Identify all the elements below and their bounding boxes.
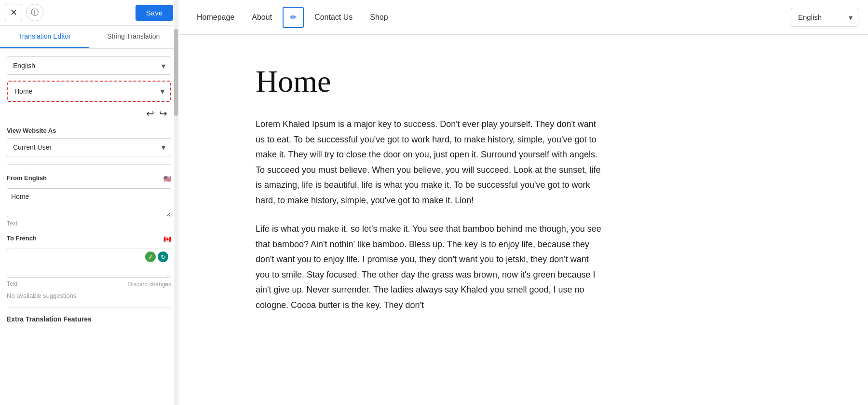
divider-2	[7, 307, 171, 307]
tab-translation-editor[interactable]: Translation Editor	[0, 26, 89, 48]
to-lang-header: To French 🇨🇦	[7, 233, 171, 246]
tab-bar: Translation Editor String Translation	[0, 26, 178, 49]
info-button[interactable]: ⓘ	[26, 4, 43, 21]
nav-arrows: ↩ ↪	[7, 108, 171, 119]
view-website-as-label: View Website As	[7, 127, 171, 134]
nav-link-contact[interactable]: Contact Us	[306, 9, 361, 26]
nav-forward-button[interactable]: ↪	[159, 108, 167, 119]
extra-features-label: Extra Translation Features	[7, 315, 171, 323]
textarea-icons: ✓ ↻	[145, 251, 168, 262]
page-select[interactable]: Home About Contact Us Shop	[9, 83, 169, 100]
lang-select-topright[interactable]: English French Spanish German	[791, 8, 858, 27]
top-bar: ✕ ⓘ Save	[0, 0, 178, 26]
pencil-icon: ✏	[290, 12, 297, 23]
nav-links: Homepage About ✏ Contact Us Shop	[188, 7, 791, 28]
nav-link-about[interactable]: About	[243, 9, 281, 26]
page-title: Home	[256, 64, 829, 99]
to-lang-area: ✓ ↻	[7, 249, 171, 279]
suggestions-text: No available suggestions	[7, 292, 171, 299]
page-select-wrapper: Home About Contact Us Shop	[7, 81, 171, 102]
language-select-wrapper: English French Spanish German	[7, 56, 171, 75]
tab-string-translation[interactable]: String Translation	[89, 26, 178, 48]
divider-1	[7, 164, 171, 165]
accept-icon-btn[interactable]: ✓	[145, 251, 156, 262]
info-icon: ⓘ	[31, 8, 39, 18]
close-button[interactable]: ✕	[5, 4, 22, 21]
save-button[interactable]: Save	[136, 5, 173, 21]
refresh-icon-btn[interactable]: ↻	[158, 251, 168, 262]
panel-content: English French Spanish German Home About…	[0, 49, 178, 405]
paragraph-1: Lorem Khaled Ipsum is a major key to suc…	[256, 117, 603, 208]
site-nav: Homepage About ✏ Contact Us Shop English…	[178, 0, 868, 35]
from-lang-label: From English	[7, 174, 47, 182]
nav-link-shop[interactable]: Shop	[361, 9, 396, 26]
from-flag: 🇺🇸	[163, 175, 171, 182]
language-select[interactable]: English French Spanish German	[7, 56, 171, 75]
pencil-edit-button[interactable]: ✏	[283, 7, 304, 28]
nav-link-homepage[interactable]: Homepage	[188, 9, 243, 26]
view-as-select[interactable]: Current User Guest Admin	[7, 138, 171, 156]
to-flag: 🇨🇦	[163, 236, 171, 243]
right-panel: Homepage About ✏ Contact Us Shop English…	[178, 0, 868, 405]
to-field-hint: Text	[7, 280, 17, 287]
discard-changes-link[interactable]: Discard changes	[128, 281, 171, 288]
from-field-hint: Text	[7, 220, 171, 227]
page-body: Lorem Khaled Ipsum is a major key to suc…	[256, 117, 829, 313]
from-lang-header: From English 🇺🇸	[7, 172, 171, 185]
scrollbar[interactable]	[174, 0, 178, 405]
close-icon: ✕	[10, 7, 17, 18]
nav-back-button[interactable]: ↩	[146, 108, 154, 119]
lang-select-wrapper-topright: English French Spanish German	[791, 8, 858, 27]
scroll-thumb	[174, 29, 178, 116]
paragraph-2: Life is what you make it, so let's make …	[256, 222, 603, 313]
to-lang-label: To French	[7, 235, 37, 242]
main-content: Home Lorem Khaled Ipsum is a major key t…	[178, 35, 868, 405]
view-as-select-wrapper: Current User Guest Admin	[7, 138, 171, 156]
from-text-area[interactable]: Home	[7, 188, 171, 217]
left-panel: ✕ ⓘ Save Translation Editor String Trans…	[0, 0, 178, 405]
